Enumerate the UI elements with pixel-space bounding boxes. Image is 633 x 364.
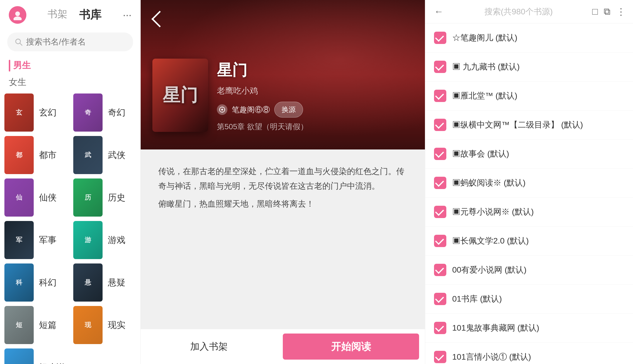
book-author: 老鹰吃小鸡 [217,85,413,96]
genre-cover-qihuan: 奇 [73,93,103,132]
source-label-s3: ▣雁北堂™ (默认) [452,90,624,101]
source-label-s5: ▣故事会 (默认) [452,148,624,159]
genre-item-xianxia[interactable]: 仙 仙侠 [4,178,67,217]
source-checkbox-s6[interactable] [434,177,446,189]
genre-item-duanpian[interactable]: 短 短篇 [4,306,67,344]
source-item-s6[interactable]: ▣蚂蚁阅读※ (默认) [425,169,633,198]
description-line-1: 传说，在那古老的星空深处，伫立着一道血与火侵染的红色之门。传奇与神话，黑暗与光明… [158,164,407,194]
book-cover-title: 星门 [163,84,198,107]
source-checkbox-s8[interactable] [434,235,446,247]
source-item-s7[interactable]: ▣元尊小说网※ (默认) [425,198,633,227]
source-label-s6: ▣蚂蚁阅读※ (默认) [452,177,624,188]
start-read-button[interactable]: 开始阅读 [283,334,419,360]
search-input[interactable] [26,37,126,47]
genre-item-qingxiaoshuo[interactable]: 轻 轻小说 [4,348,67,364]
more-button[interactable]: ··· [123,9,132,21]
genre-item-youxi[interactable]: 游 游戏 [73,221,136,259]
nav-tabs: 书架 书库 [32,6,117,24]
source-item-s8[interactable]: ▣长佩文学2.0 (默认) [425,227,633,256]
search-icon [15,38,23,46]
book-source-row: 笔趣阁⑥⑧ 换源 [217,102,413,118]
book-banner: 星门 星门 老鹰吃小鸡 [141,0,425,149]
source-item-s1[interactable]: ☆笔趣阁儿 (默认) [425,23,633,52]
source-checkbox-s10[interactable] [434,293,446,305]
svg-point-1 [13,16,22,20]
source-item-s5[interactable]: ▣故事会 (默认) [425,140,633,169]
source-label-s11: 101鬼故事典藏网 (默认) [452,322,624,334]
genre-item-kehuan[interactable]: 科 科幻 [4,263,67,302]
add-to-shelf-button[interactable]: 加入书架 [141,329,277,364]
source-item-s11[interactable]: 101鬼故事典藏网 (默认) [425,314,633,343]
book-title: 星门 [217,60,413,81]
description-line-2: 俯瞰星门，热血照耀天地，黑暗终将离去！ [158,197,407,211]
gender-tab-male[interactable]: 男生 [4,57,140,74]
switch-source-button[interactable]: 换源 [274,102,303,118]
genre-cover-xuanyi: 悬 [73,263,103,302]
genre-item-qihuan[interactable]: 奇 奇幻 [73,93,136,132]
source-item-s10[interactable]: 01书库 (默认) [425,285,633,314]
genre-cover-dushi: 都 [4,136,34,174]
genre-cover-xianshi: 现 [73,306,103,344]
window-icon[interactable]: □ [592,6,598,17]
back-button[interactable] [149,9,170,29]
source-item-s4[interactable]: ▣纵横中文网™【二级目录】 (默认) [425,110,633,140]
genre-item-xuanyi[interactable]: 悬 悬疑 [73,263,136,302]
genre-item-xianshi[interactable]: 现 现实 [73,306,136,344]
genre-cover-lishi: 历 [73,178,103,217]
source-label-s9: 00有爱小说网 (默认) [452,264,624,275]
source-checkbox-s11[interactable] [434,322,446,334]
right-header-icons: □ ⧉ ⋮ [592,6,626,17]
source-checkbox-s5[interactable] [434,148,446,160]
gender-tabs: 男生 女生 [0,57,140,91]
source-checkbox-s4[interactable] [434,119,446,131]
left-panel: 书架 书库 ··· 男生 女生 玄 玄幻 奇 [0,0,141,364]
duplicate-icon[interactable]: ⧉ [604,6,610,17]
tab-shelf[interactable]: 书架 [47,6,67,24]
genre-item-lishi[interactable]: 历 历史 [73,178,136,217]
genre-item-dushi[interactable]: 都 都市 [4,136,67,174]
genre-item-xuanhuan[interactable]: 玄 玄幻 [4,93,67,132]
genre-cover-youxi: 游 [73,221,103,259]
source-item-s3[interactable]: ▣雁北堂™ (默认) [425,81,633,110]
book-cover-main: 星门 [152,59,208,132]
tab-library[interactable]: 书库 [79,6,101,24]
source-checkbox-s9[interactable] [434,264,446,276]
genre-cover-xianxia: 仙 [4,178,34,217]
genre-cover-wuxia: 武 [73,136,103,174]
menu-icon[interactable]: ⋮ [616,6,626,17]
genre-cover-qingxiaoshuo: 轻 [4,348,34,364]
source-label-s1: ☆笔趣阁儿 (默认) [452,32,624,43]
source-checkbox-s7[interactable] [434,206,446,218]
svg-point-5 [221,109,223,110]
source-label-s4: ▣纵横中文网™【二级目录】 (默认) [452,119,624,130]
avatar[interactable] [9,6,26,24]
genre-cover-duanpian: 短 [4,306,34,344]
source-label-s12: 101言情小说① (默认) [452,351,624,363]
source-checkbox-s1[interactable] [434,32,446,44]
left-header: 书架 书库 ··· [0,0,140,30]
source-label-s10: 01书库 (默认) [452,293,624,305]
genre-cover-junshi: 军 [4,221,34,259]
source-item-s9[interactable]: 00有爱小说网 (默认) [425,256,633,285]
source-item-s2[interactable]: ▣ 九九藏书 (默认) [425,52,633,81]
right-header: ← 搜索(共980个书源) □ ⧉ ⋮ [425,0,633,23]
book-info-row: 星门 星门 老鹰吃小鸡 [152,59,413,132]
genre-cover-kehuan: 科 [4,263,34,302]
bottom-actions: 加入书架 开始阅读 [141,329,425,364]
gender-tab-female[interactable]: 女生 [4,74,140,91]
source-list: ☆笔趣阁儿 (默认) ▣ 九九藏书 (默认) ▣雁北堂™ (默认) ▣纵横中文网… [425,23,633,364]
genre-cover-xuanhuan: 玄 [4,93,34,132]
source-checkbox-s12[interactable] [434,351,446,363]
source-checkbox-s3[interactable] [434,90,446,102]
book-meta: 星门 老鹰吃小鸡 笔趣阁⑥⑧ 换源 [217,60,413,132]
back-arrow-icon [152,11,168,28]
middle-panel: 星门 星门 老鹰吃小鸡 [141,0,425,364]
source-item-s12[interactable]: 101言情小说① (默认) [425,343,633,364]
right-back-button[interactable]: ← [433,5,445,18]
gender-indicator [9,60,10,72]
source-label-s7: ▣元尊小说网※ (默认) [452,206,624,217]
genre-item-wuxia[interactable]: 武 武侠 [73,136,136,174]
genre-item-junshi[interactable]: 军 军事 [4,221,67,259]
right-search-hint: 搜索(共980个书源) [451,6,586,17]
source-checkbox-s2[interactable] [434,61,446,73]
